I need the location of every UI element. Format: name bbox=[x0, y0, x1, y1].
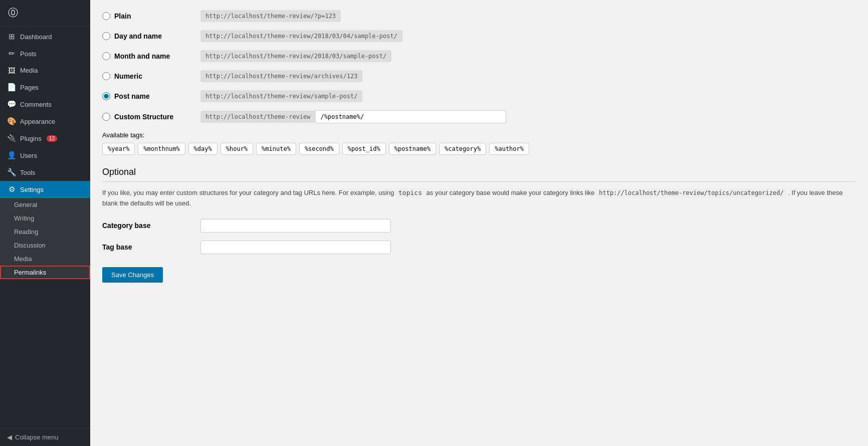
plain-label-text: Plain bbox=[114, 12, 131, 20]
sidebar-item-label: Dashboard bbox=[20, 33, 52, 41]
submenu-item-reading[interactable]: Reading bbox=[0, 225, 90, 239]
permalink-option-numeric: Numeric http://localhost/theme-review/ar… bbox=[102, 70, 856, 82]
sidebar-item-label: Tools bbox=[20, 169, 35, 176]
month-and-name-radio[interactable] bbox=[102, 52, 110, 60]
permalink-option-day-and-name: Day and name http://localhost/theme-revi… bbox=[102, 30, 856, 42]
tag-post-id[interactable]: %post_id% bbox=[342, 143, 386, 155]
tag-author[interactable]: %author% bbox=[489, 143, 529, 155]
sidebar-logo: ⓪ bbox=[0, 0, 90, 26]
submenu-item-permalinks[interactable]: Permalinks bbox=[0, 266, 90, 279]
plain-url: http://localhost/theme-review/?p=123 bbox=[200, 10, 341, 22]
numeric-label-text: Numeric bbox=[114, 72, 142, 80]
numeric-radio[interactable] bbox=[102, 72, 110, 80]
plugins-badge: 13 bbox=[47, 135, 57, 142]
custom-structure-input-wrap: http://localhost/theme-review bbox=[200, 110, 506, 123]
wp-logo-icon: ⓪ bbox=[8, 6, 18, 20]
tag-base-label: Tag base bbox=[102, 243, 192, 251]
sidebar-item-posts[interactable]: ✏ Posts bbox=[0, 45, 90, 62]
settings-submenu: General Writing Reading Discussion Media… bbox=[0, 198, 90, 279]
sidebar-navigation: ⊞ Dashboard ✏ Posts 🖼 Media 📄 Pages 💬 Co… bbox=[0, 26, 90, 428]
tag-hour[interactable]: %hour% bbox=[221, 143, 253, 155]
custom-url-prefix: http://localhost/theme-review bbox=[200, 111, 316, 123]
tag-year[interactable]: %year% bbox=[102, 143, 135, 155]
optional-desc-2: as your category base would make your ca… bbox=[426, 189, 595, 196]
sidebar-item-label: Appearance bbox=[20, 118, 55, 125]
submenu-item-media[interactable]: Media bbox=[0, 252, 90, 266]
custom-url-input[interactable] bbox=[316, 110, 506, 123]
permalink-option-plain: Plain http://localhost/theme-review/?p=1… bbox=[102, 10, 856, 22]
custom-radio[interactable] bbox=[102, 113, 110, 121]
optional-url-example: http://localhost/theme-review/topics/unc… bbox=[596, 189, 786, 197]
optional-section-title: Optional bbox=[102, 167, 856, 182]
posts-icon: ✏ bbox=[7, 49, 16, 58]
optional-desc-1: If you like, you may enter custom struct… bbox=[102, 189, 394, 196]
day-and-name-url: http://localhost/theme-review/2018/03/04… bbox=[200, 30, 402, 42]
tag-monthnum[interactable]: %monthnum% bbox=[138, 143, 185, 155]
submenu-item-discussion[interactable]: Discussion bbox=[0, 239, 90, 252]
tag-minute[interactable]: %minute% bbox=[256, 143, 296, 155]
month-and-name-label[interactable]: Month and name bbox=[102, 52, 192, 60]
tag-base-row: Tag base bbox=[102, 241, 856, 254]
post-name-label-text: Post name bbox=[114, 92, 150, 100]
category-base-row: Category base bbox=[102, 219, 856, 233]
media-icon: 🖼 bbox=[7, 66, 16, 75]
comments-icon: 💬 bbox=[7, 100, 16, 109]
sidebar-item-comments[interactable]: 💬 Comments bbox=[0, 96, 90, 113]
topics-code: topics bbox=[396, 188, 424, 197]
sidebar-item-label: Users bbox=[20, 152, 37, 159]
sidebar-item-label: Comments bbox=[20, 101, 52, 108]
sidebar-item-appearance[interactable]: 🎨 Appearance bbox=[0, 113, 90, 130]
permalink-option-custom: Custom Structure http://localhost/theme-… bbox=[102, 110, 856, 123]
day-and-name-label[interactable]: Day and name bbox=[102, 32, 192, 40]
save-changes-button[interactable]: Save Changes bbox=[102, 267, 163, 283]
post-name-radio[interactable] bbox=[102, 92, 110, 100]
sidebar-item-pages[interactable]: 📄 Pages bbox=[0, 79, 90, 96]
sidebar-item-label: Settings bbox=[20, 186, 44, 193]
plain-label[interactable]: Plain bbox=[102, 12, 192, 20]
sidebar-item-users[interactable]: 👤 Users bbox=[0, 147, 90, 164]
sidebar-item-label: Media bbox=[20, 67, 38, 74]
tag-day[interactable]: %day% bbox=[188, 143, 218, 155]
tools-icon: 🔧 bbox=[7, 168, 16, 177]
tag-category[interactable]: %category% bbox=[439, 143, 486, 155]
tags-list: %year% %monthnum% %day% %hour% %minute% … bbox=[102, 143, 856, 155]
appearance-icon: 🎨 bbox=[7, 117, 16, 126]
sidebar-item-media[interactable]: 🖼 Media bbox=[0, 62, 90, 79]
category-base-label: Category base bbox=[102, 221, 192, 230]
sidebar-item-label: Plugins bbox=[20, 135, 42, 142]
sidebar-item-settings[interactable]: ⚙ Settings bbox=[0, 181, 90, 198]
sidebar-item-dashboard[interactable]: ⊞ Dashboard bbox=[0, 28, 90, 45]
sidebar-item-label: Pages bbox=[20, 84, 39, 91]
post-name-url: http://localhost/theme-review/sample-pos… bbox=[200, 90, 362, 102]
permalink-option-month-and-name: Month and name http://localhost/theme-re… bbox=[102, 50, 856, 62]
plain-radio[interactable] bbox=[102, 12, 110, 20]
day-and-name-radio[interactable] bbox=[102, 32, 110, 40]
pages-icon: 📄 bbox=[7, 83, 16, 92]
sidebar-item-plugins[interactable]: 🔌 Plugins 13 bbox=[0, 130, 90, 147]
permalink-option-post-name: Post name http://localhost/theme-review/… bbox=[102, 90, 856, 102]
settings-icon: ⚙ bbox=[7, 185, 16, 194]
available-tags-section: Available tags: %year% %monthnum% %day% … bbox=[102, 131, 856, 155]
tag-second[interactable]: %second% bbox=[299, 143, 339, 155]
plugins-icon: 🔌 bbox=[7, 134, 16, 143]
post-name-label[interactable]: Post name bbox=[102, 92, 192, 100]
optional-description: If you like, you may enter custom struct… bbox=[102, 188, 856, 209]
collapse-label: Collapse menu bbox=[15, 433, 59, 441]
collapse-menu-button[interactable]: ◀ Collapse menu bbox=[0, 428, 90, 446]
numeric-label[interactable]: Numeric bbox=[102, 72, 192, 80]
custom-structure-label-text: Custom Structure bbox=[114, 113, 173, 121]
users-icon: 👤 bbox=[7, 151, 16, 160]
available-tags-label: Available tags: bbox=[102, 131, 856, 139]
numeric-url: http://localhost/theme-review/archives/1… bbox=[200, 70, 362, 82]
submenu-item-general[interactable]: General bbox=[0, 198, 90, 211]
category-base-input[interactable] bbox=[200, 219, 391, 233]
sidebar-item-label: Posts bbox=[20, 50, 37, 58]
day-and-name-label-text: Day and name bbox=[114, 32, 162, 40]
submenu-item-writing[interactable]: Writing bbox=[0, 211, 90, 225]
sidebar-item-tools[interactable]: 🔧 Tools bbox=[0, 164, 90, 181]
main-content: Plain http://localhost/theme-review/?p=1… bbox=[90, 0, 868, 446]
month-and-name-url: http://localhost/theme-review/2018/03/sa… bbox=[200, 50, 391, 62]
tag-base-input[interactable] bbox=[200, 241, 391, 254]
tag-postname[interactable]: %postname% bbox=[389, 143, 436, 155]
custom-structure-label[interactable]: Custom Structure bbox=[102, 113, 192, 121]
